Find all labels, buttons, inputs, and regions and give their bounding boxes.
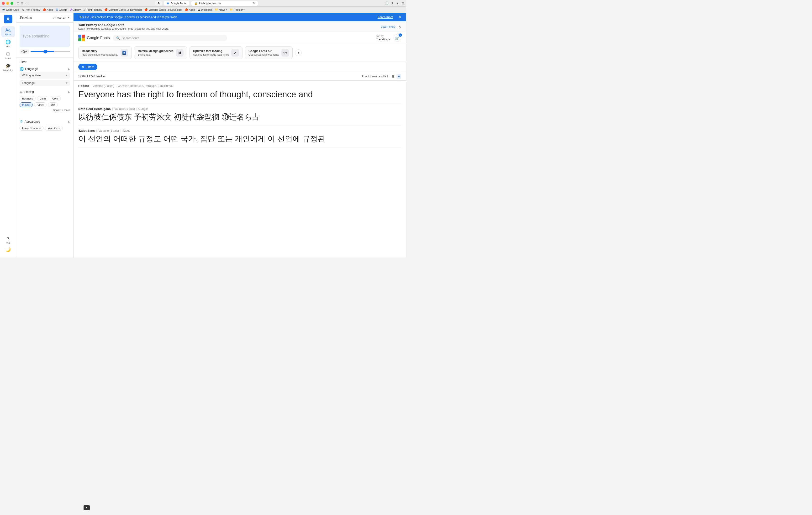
font-preview-42dot[interactable]: 이 선언의 어떠한 규정도 어떤 국가, 집단 또는 개인에게 이 선언에 규정… — [78, 134, 401, 144]
chip-stiff[interactable]: Stiff — [48, 103, 58, 107]
bookmark-membercenter2[interactable]: 🍎Member Cente...e Developer — [144, 8, 182, 11]
about-results-button[interactable]: About these results ℹ — [361, 75, 388, 78]
sidebar-toggle-button[interactable]: ⊡ — [17, 1, 19, 5]
bookmark-printfriendly2[interactable]: 🖨Print Friendly — [83, 8, 102, 11]
size-label[interactable]: 40px — [20, 49, 29, 54]
panel-close-button[interactable]: × — [67, 16, 69, 20]
chip-cute[interactable]: Cute — [50, 96, 60, 101]
sidebar-item-knowledge[interactable]: 🎓 Knowledge — [1, 62, 15, 73]
language-dropdown[interactable]: Language ▾ — [20, 80, 70, 86]
dark-mode-toggle[interactable]: 🌙 — [1, 246, 15, 254]
info-icon: ℹ — [387, 75, 388, 78]
chip-playful[interactable]: Playful — [20, 103, 33, 107]
api-icon: </> — [282, 49, 289, 57]
title-bar: ⊡ ⊟ ‹ › ⊕ ◉ Google Fonts 🔒 fonts.google.… — [0, 0, 406, 7]
chip-fancy[interactable]: Fancy — [34, 103, 47, 107]
bookmark-udemy[interactable]: UUdemy — [70, 8, 81, 11]
traffic-lights — [2, 2, 13, 5]
filter-section: Filter 🌐 Language ∧ Writing system ▾ Lan… — [16, 58, 73, 116]
bookmark-apple2[interactable]: 🍎Apple — [185, 8, 196, 11]
appearance-chevron-icon: ∧ — [68, 120, 70, 123]
feeling-chips: Business Calm Cute Playful Fancy Stiff — [20, 96, 70, 107]
privacy-learn-more-link[interactable]: Learn more — [381, 25, 396, 28]
sidebar-item-fonts[interactable]: Aa Fonts — [1, 26, 15, 37]
bookmark-google[interactable]: GGoogle — [56, 8, 67, 11]
show-more-button[interactable]: Show 12 more — [20, 109, 70, 111]
bookmark-codekeep[interactable]: 💻Code Keep — [2, 8, 19, 11]
featured-card-readability[interactable]: Readability How type influences readabil… — [78, 46, 132, 59]
sidebar-item-faq[interactable]: ? FAQ — [1, 235, 15, 246]
tab-overview-button[interactable]: ⊟ — [21, 1, 23, 5]
panel-title: Preview — [20, 16, 32, 20]
featured-card-material[interactable]: Material design guidelines Styling text … — [134, 46, 187, 59]
font-name-noto: Noto Serif Hentaigana — [78, 107, 111, 111]
bookmark-popular[interactable]: 📁Popular▾ — [230, 8, 245, 11]
bookmark-wikipedia[interactable]: WWikipedia — [198, 8, 212, 11]
font-entry-noto: Noto Serif Hentaigana | Variable (1 axis… — [78, 104, 401, 126]
featured-card-optimize[interactable]: Optimize font loading Achieve faster pag… — [190, 46, 242, 59]
svg-rect-3 — [82, 38, 85, 41]
share-icon[interactable]: ⬆ — [391, 1, 394, 5]
bookmark-printfriendly1[interactable]: 🖨Print Friendly — [22, 8, 40, 11]
language-filter-header[interactable]: 🌐 Language ∧ — [20, 66, 70, 72]
featured-section: Readability How type influences readabil… — [74, 44, 406, 62]
featured-next-button[interactable]: › — [295, 49, 302, 56]
bookmark-news[interactable]: 📁News▾ — [215, 8, 228, 11]
cookie-learn-more-link[interactable]: Learn more — [378, 16, 393, 19]
privacy-banner-close-button[interactable]: ✕ — [398, 25, 401, 29]
minimize-window-button[interactable] — [6, 2, 9, 5]
refresh-icon[interactable]: ↻ — [253, 2, 255, 5]
sidebar-item-noto[interactable]: 🌐 Noto — [1, 38, 15, 49]
font-name-42dot: 42dot Sans — [78, 129, 95, 133]
app-container: A Aa Fonts 🌐 Noto ⊞ Icons 🎓 Knowledge ? … — [0, 13, 406, 258]
featured-card-api[interactable]: Google Fonts API Get started with web fo… — [245, 46, 293, 59]
font-preview-noto[interactable]: 以彷彼仁係债东 予初劳浓文 初徒代衾㠰彻 ⑩迁名ら占 — [78, 112, 401, 122]
tab-title: Google Fonts — [171, 2, 186, 5]
sidebar-item-icons[interactable]: ⊞ Icons — [1, 50, 15, 61]
grid-view-button[interactable]: ⊞ — [390, 74, 396, 79]
new-tab-plus-icon[interactable]: ＋ — [396, 1, 399, 5]
cookie-banner-close-button[interactable]: ✕ — [398, 15, 401, 19]
reset-all-button[interactable]: ↺ Reset all — [53, 16, 66, 19]
gf-logo-icon — [78, 35, 85, 41]
panel-header-actions: ↺ Reset all × — [53, 16, 69, 20]
back-button[interactable]: ‹ — [25, 1, 26, 5]
panel-header: Preview ↺ Reset all × — [16, 13, 73, 23]
close-window-button[interactable] — [2, 2, 5, 5]
clock-icon[interactable]: 🕐 — [385, 1, 388, 5]
chip-lunar-new-year[interactable]: Lunar New Year — [20, 126, 44, 131]
preview-section: Type something 40px — [16, 23, 73, 58]
bookmark-apple1[interactable]: 🍎Apple — [43, 8, 54, 11]
chip-business[interactable]: Business — [20, 96, 35, 101]
fullscreen-icon[interactable]: ⊡ — [402, 1, 404, 5]
reset-icon: ↺ — [53, 16, 55, 19]
results-bar: 1796 of 1796 families About these result… — [74, 72, 406, 81]
filters-button[interactable]: ✕ ✕ Filters Filters — [78, 64, 97, 70]
font-list: Roboto | Variable (3 axes) | Christian R… — [74, 81, 406, 258]
preview-box[interactable]: Type something — [20, 26, 70, 47]
appearance-filter-header[interactable]: 👕 Appearance ∧ — [20, 119, 70, 125]
material-design-icon: M — [176, 49, 183, 57]
sort-dropdown[interactable]: Sort by Trending ▾ — [376, 35, 391, 41]
bookmark-membercenter1[interactable]: 🍎Member Cente...e Developer — [104, 8, 142, 11]
maximize-window-button[interactable] — [10, 2, 13, 5]
url-text: fonts.google.com — [199, 2, 221, 5]
font-preview-roboto[interactable]: Everyone has the right to freedom of tho… — [78, 89, 401, 100]
search-input[interactable]: 🔍 Search fonts — [113, 35, 227, 41]
size-slider[interactable] — [31, 51, 70, 52]
cart-button[interactable]: 🛒 1 — [394, 34, 401, 42]
chip-valentines[interactable]: Valentine's — [45, 126, 63, 131]
size-row: 40px — [20, 47, 70, 55]
new-tab-button[interactable]: ⊕ — [155, 1, 162, 5]
writing-system-dropdown[interactable]: Writing system ▾ — [20, 72, 70, 79]
active-tab[interactable]: ◉ Google Fonts — [164, 1, 189, 5]
url-bar[interactable]: 🔒 fonts.google.com ↻ — [191, 1, 258, 6]
feeling-filter-header[interactable]: ☺ Feeling ∧ — [20, 89, 70, 95]
chip-calm[interactable]: Calm — [37, 96, 49, 101]
language-chevron-icon: ▾ — [66, 81, 67, 85]
forward-button[interactable]: › — [27, 1, 28, 5]
feeling-filter-group: ☺ Feeling ∧ Business Calm Cute Playful F… — [20, 89, 70, 111]
list-view-button[interactable]: ≡ — [397, 74, 401, 79]
knowledge-icon: 🎓 — [5, 63, 11, 68]
bookmarks-bar: 💻Code Keep 🖨Print Friendly 🍎Apple GGoogl… — [0, 7, 406, 13]
